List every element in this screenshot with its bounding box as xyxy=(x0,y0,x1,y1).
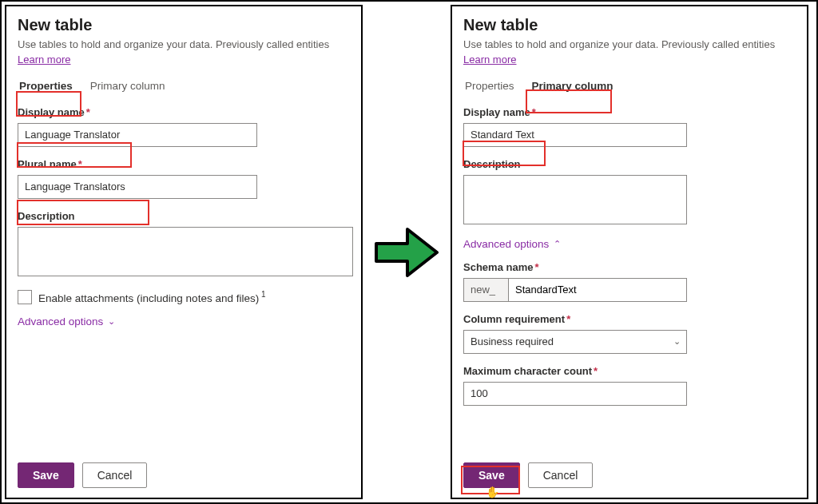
cancel-button[interactable]: Cancel xyxy=(82,462,148,488)
column-requirement-label: Column requirement* xyxy=(463,313,796,325)
tab-properties[interactable]: Properties xyxy=(463,77,516,95)
tab-primary-column[interactable]: Primary column xyxy=(530,77,615,95)
schema-prefix-label: new_ xyxy=(463,278,508,302)
arrow-right-icon xyxy=(372,224,441,280)
enable-attachments-checkbox[interactable] xyxy=(18,290,32,304)
tab-primary-column[interactable]: Primary column xyxy=(89,77,167,95)
plural-name-input[interactable] xyxy=(18,175,257,199)
description-textarea[interactable] xyxy=(463,175,687,224)
panel-subtext: Use tables to hold and organize your dat… xyxy=(463,38,796,52)
chevron-down-icon: ⌄ xyxy=(108,316,115,327)
description-label: Description xyxy=(463,158,796,170)
chevron-up-icon: ⌃ xyxy=(554,239,561,249)
advanced-options-toggle[interactable]: Advanced options ⌃ xyxy=(463,238,796,250)
max-char-count-label: Maximum character count* xyxy=(463,365,796,377)
transition-arrow xyxy=(363,5,451,499)
panel-title: New table xyxy=(18,16,350,34)
save-button[interactable]: Save xyxy=(18,462,74,488)
display-name-label: Display name* xyxy=(463,106,796,118)
display-name-input[interactable] xyxy=(463,123,687,147)
cancel-button[interactable]: Cancel xyxy=(528,462,594,488)
learn-more-link[interactable]: Learn more xyxy=(18,54,350,65)
plural-name-label: Plural name* xyxy=(18,158,350,170)
advanced-options-toggle[interactable]: Advanced options ⌄ xyxy=(18,315,350,327)
description-textarea[interactable] xyxy=(18,227,353,276)
panel-subtext: Use tables to hold and organize your dat… xyxy=(18,38,350,52)
schema-name-label: Schema name* xyxy=(463,261,796,273)
schema-name-input[interactable] xyxy=(508,278,687,302)
panel-primary-column: New table Use tables to hold and organiz… xyxy=(451,5,808,499)
description-label: Description xyxy=(18,210,350,222)
tab-properties[interactable]: Properties xyxy=(18,77,74,95)
column-requirement-select[interactable]: Business required xyxy=(463,330,687,354)
save-button[interactable]: Save xyxy=(463,462,520,488)
enable-attachments-label: Enable attachments (including notes and … xyxy=(38,290,266,304)
tab-bar: Properties Primary column xyxy=(18,77,350,95)
max-char-count-input[interactable] xyxy=(463,382,687,406)
display-name-input[interactable] xyxy=(18,123,257,147)
learn-more-link[interactable]: Learn more xyxy=(463,54,796,65)
panel-properties: New table Use tables to hold and organiz… xyxy=(5,5,363,499)
panel-title: New table xyxy=(463,16,796,34)
display-name-label: Display name* xyxy=(18,106,350,118)
tab-bar: Properties Primary column xyxy=(463,77,796,95)
